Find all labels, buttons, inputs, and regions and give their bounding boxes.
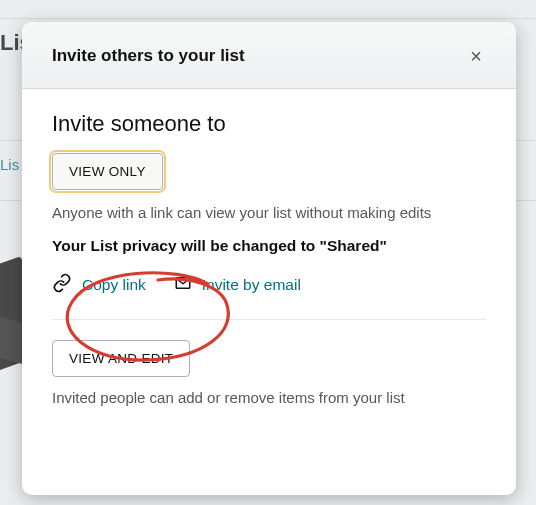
view-only-button[interactable]: VIEW ONLY <box>52 153 163 190</box>
modal-header: Invite others to your list × <box>22 22 516 89</box>
invite-modal: Invite others to your list × Invite some… <box>22 22 516 495</box>
link-icon <box>52 273 72 297</box>
modal-body: Invite someone to VIEW ONLY Anyone with … <box>22 89 516 428</box>
share-actions: Copy link Invite by email <box>52 273 486 297</box>
invite-heading: Invite someone to <box>52 111 486 137</box>
modal-title: Invite others to your list <box>52 46 245 66</box>
mail-icon <box>174 274 192 296</box>
privacy-change-note: Your List privacy will be changed to "Sh… <box>52 237 486 255</box>
invite-email-action[interactable]: Invite by email <box>174 274 301 296</box>
copy-link-action[interactable]: Copy link <box>52 273 146 297</box>
view-and-edit-description: Invited people can add or remove items f… <box>52 389 486 406</box>
view-only-description: Anyone with a link can view your list wi… <box>52 202 486 223</box>
view-and-edit-button[interactable]: VIEW AND EDIT <box>52 340 190 377</box>
close-icon: × <box>470 45 482 67</box>
close-button[interactable]: × <box>462 42 490 70</box>
copy-link-label: Copy link <box>82 276 146 294</box>
divider <box>52 319 486 320</box>
invite-email-label: Invite by email <box>202 276 301 294</box>
